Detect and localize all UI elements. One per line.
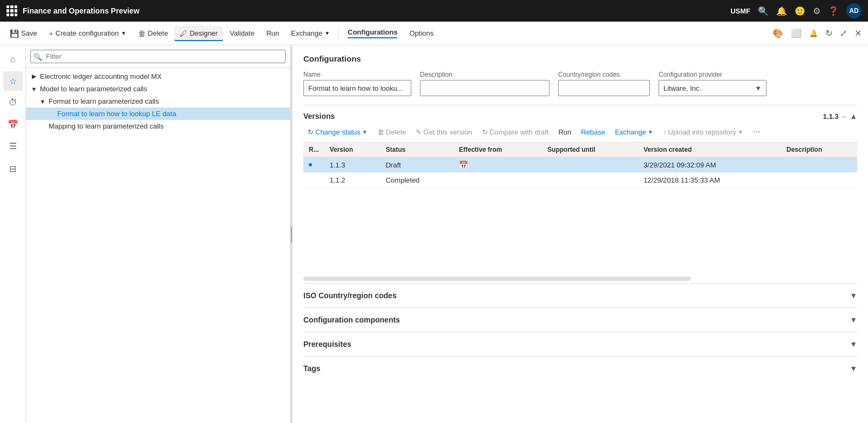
validate-button[interactable]: Validate [224,26,260,41]
config-components-title: Configuration components [303,315,400,324]
versions-run-button[interactable]: Run [554,126,575,138]
panel-resizer[interactable] [290,45,293,423]
nav-filter-icon[interactable]: ⊟ [3,159,23,178]
nav-favorites-icon[interactable]: ☆ [3,71,23,91]
version-dash: -- [842,112,846,120]
layout-icon[interactable]: ⬜ [789,26,804,41]
close-icon[interactable]: ✕ [852,26,864,41]
versions-exchange-button[interactable]: Exchange ▼ [611,126,657,138]
horizontal-scrollbar[interactable] [303,277,691,281]
col-header-version[interactable]: Version [324,143,381,157]
user-region: USMF [730,7,750,15]
command-bar: 💾 Save + Create configuration ▼ 🗑 Delete… [0,22,868,45]
filter-input[interactable] [30,50,286,63]
tags-title: Tags [303,364,321,373]
upload-icon: ↑ [663,128,667,136]
versions-delete-button[interactable]: 🗑 Delete [373,126,411,138]
config-components-section[interactable]: Configuration components ▼ [303,307,857,332]
refresh-icon[interactable]: ↻ [823,26,835,41]
row-status: Draft [380,157,453,173]
avatar[interactable]: AD [846,3,862,18]
table-row[interactable]: 1.1.2 Completed 12/29/2018 11:35:33 AM [303,173,857,188]
versions-header: Versions 1.1.3 -- ▲ [303,105,857,120]
versions-toolbar: ↻ Change status ▼ 🗑 Delete ✎ Get this ve… [303,125,857,139]
main-content-panel: Configurations Name Description Country/… [293,45,868,423]
expand-icon[interactable]: ⤢ [838,26,849,41]
upload-caret: ▼ [738,129,743,135]
row-version-created: 12/29/2018 11:35:33 AM [638,173,781,188]
create-configuration-button[interactable]: + Create configuration ▼ [44,26,132,41]
col-header-version-created[interactable]: Version created [638,143,781,157]
tree-toggle-model-parameterized[interactable]: ▼ [30,86,38,92]
get-this-version-button[interactable]: ✎ Get this version [411,126,476,138]
designer-button[interactable]: 🖊 Designer [174,26,223,41]
settings-icon[interactable]: ⚙ [813,6,820,16]
row-indicator-cell [303,173,324,188]
emoji-icon[interactable]: 🙂 [795,6,805,16]
name-input[interactable] [303,80,411,96]
tree-item-format-parameterized[interactable]: ▼ Format to learn parameterized calls [26,95,290,108]
iso-country-section[interactable]: ISO Country/region codes ▼ [303,283,857,307]
provider-select[interactable]: Litware, Inc. ▼ [659,80,767,96]
configuration-form: Name Description Country/region codes Co… [303,71,857,96]
table-row[interactable]: 1.1.3 Draft 📅 3/29/2021 09:32:09 AM [303,157,857,173]
help-icon[interactable]: ❓ [828,6,839,16]
page-title: Configurations [303,54,857,63]
col-header-effective-from[interactable]: Effective from [453,143,542,157]
row-version-created: 3/29/2021 09:32:09 AM [638,157,781,173]
change-status-button[interactable]: ↻ Change status ▼ [303,126,372,138]
create-icon: + [49,29,53,38]
more-options-icon[interactable]: ··· [749,125,764,139]
palette-icon[interactable]: 🎨 [770,26,785,41]
tree-item-electronic-ledger[interactable]: ▶ Electronic ledger accounting model MX [26,70,290,83]
tags-chevron-icon: ▼ [850,364,857,373]
tree-label-electronic-ledger: Electronic ledger accounting model MX [40,72,161,80]
delete-button[interactable]: 🗑 Delete [133,26,174,41]
nav-home-icon[interactable]: ⌂ [3,50,23,69]
table-empty-area [303,188,857,274]
notification-icon[interactable]: 🔔 [776,6,787,16]
badge-icon[interactable]: 🔔 [807,27,820,39]
compare-with-draft-button[interactable]: ↻ Compare with draft [478,126,553,138]
run-button[interactable]: Run [261,26,284,41]
save-button[interactable]: 💾 Save [4,26,43,41]
provider-label: Configuration provider [659,71,767,78]
rebase-button[interactable]: Rebase [577,126,609,138]
tree-label-format-parameterized: Format to learn parameterized calls [49,97,159,105]
grid-menu-icon[interactable] [6,5,17,16]
tree-toggle-electronic-ledger[interactable]: ▶ [30,73,38,80]
configurations-tab[interactable]: Configurations [342,25,403,42]
designer-icon: 🖊 [180,29,187,38]
row-indicator-dot [309,163,312,166]
row-description [781,173,857,188]
nav-calendar-icon[interactable]: 📅 [3,115,23,134]
description-input[interactable] [420,80,550,96]
col-header-supported-until[interactable]: Supported until [542,143,638,157]
nav-list-icon[interactable]: ☰ [3,136,23,156]
versions-collapse-icon[interactable]: ▲ [850,112,857,120]
tree-content: ▶ Electronic ledger accounting model MX … [26,68,290,423]
tree-item-mapping-parameterized[interactable]: ▶ Mapping to learn parameterized calls [26,120,290,132]
tree-toggle-format-parameterized[interactable]: ▼ [39,98,46,105]
upload-repository-button[interactable]: ↑ Upload into repository ▼ [659,126,748,138]
exchange-chevron: ▼ [324,30,330,36]
version-number: 1.1.3 [823,112,839,120]
row-effective-from [453,173,542,188]
options-tab[interactable]: Options [404,26,439,41]
country-input[interactable] [558,80,650,96]
col-header-description[interactable]: Description [781,143,857,157]
search-top-icon[interactable]: 🔍 [758,6,769,16]
calendar-icon[interactable]: 📅 [459,160,468,169]
tree-item-format-lookup[interactable]: ▶ Format to learn how to lookup LE data [26,108,290,120]
prerequisites-section[interactable]: Prerequisites ▼ [303,332,857,356]
tree-item-model-parameterized[interactable]: ▼ Model to learn parameterized calls [26,83,290,95]
compare-icon: ↻ [482,128,488,136]
row-supported-until [542,157,638,173]
exchange-button[interactable]: Exchange ▼ [286,26,335,41]
provider-chevron-icon: ▼ [755,84,762,92]
title-bar: Finance and Operations Preview USMF 🔍 🔔 … [0,0,868,22]
tags-section[interactable]: Tags ▼ [303,356,857,380]
nav-recent-icon[interactable]: ⏱ [3,93,23,112]
main-layout: ⌂ ☆ ⏱ 📅 ☰ ⊟ 🔍 ▶ Electronic ledger accoun… [0,45,868,423]
col-header-status[interactable]: Status [380,143,453,157]
